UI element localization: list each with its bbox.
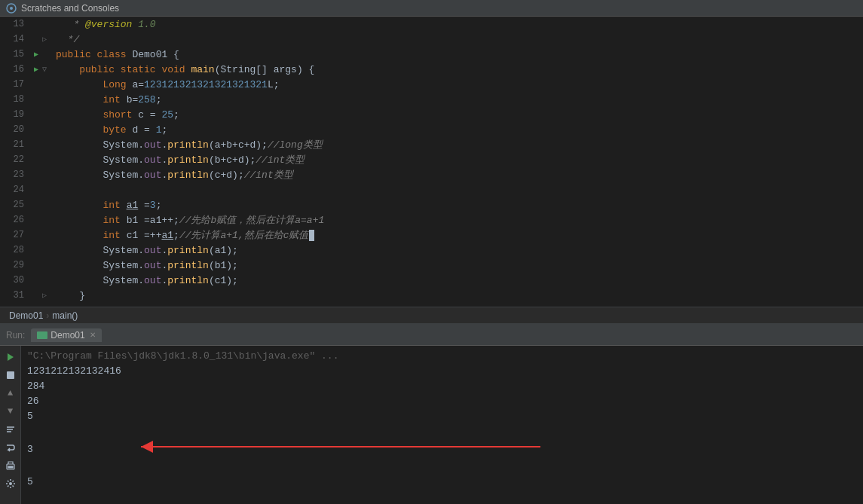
code-line-25: 25 int a1 =3; [0,197,863,212]
line-content-29: System.out.println(b1); [53,260,863,271]
line-content-14: */ [53,34,863,45]
line-num-31: 31 [0,290,30,301]
code-line-19: 19 short c = 25; [0,107,863,122]
code-line-23: 23 System.out.println(c+d);//int类型 [0,167,863,182]
output-line-2: 284 [27,379,857,394]
line-num-19: 19 [0,109,30,120]
run-toolbar: ▲ ▼ [0,346,21,504]
settings-btn[interactable] [2,475,19,492]
line-num-15: 15 [0,49,30,60]
line-num-18: 18 [0,94,30,105]
line-num-14: 14 [0,34,30,44]
red-arrow-annotation [36,424,540,475]
line-content-18: int b=258; [53,94,863,105]
line-content-31: } [53,290,863,301]
line-content-13: * @version 1.0 [53,19,863,30]
line-num-26: 26 [0,215,30,225]
code-line-29: 29 System.out.println(b1); [0,258,863,273]
line-content-17: Long a=123121321321321321321L; [53,79,863,90]
code-line-24: 24 [0,182,863,197]
run-label: Run: [6,330,25,341]
code-editor[interactable]: 13 * @version 1.0 14 ▷ */ 15 ▶ [0,17,863,307]
line-fold-16: ▽ [42,65,53,74]
line-content-26: int b1 =a1++;//先给b赋值，然后在计算a=a+1 [53,213,863,227]
line-fold-31: ▷ [42,291,53,300]
line-fold-14: ▷ [42,35,53,44]
down-scroll-btn[interactable]: ▼ [2,403,19,420]
output-line-4: 5 [27,409,857,424]
breadcrumb-sep: › [46,310,49,321]
run-btn[interactable] [2,349,19,365]
output-line-3: 26 [27,394,857,409]
line-content-21: System.out.println(a+b+c+d);//long类型 [53,138,863,151]
output-line-cmd: "C:\Program Files\jdk8\jdk1.8.0_131\bin\… [27,349,857,364]
top-bar: Scratches and Consoles [0,0,863,17]
line-content-25: int a1 =3; [53,200,863,211]
line-num-29: 29 [0,260,30,270]
run-content: ▲ ▼ "C:\Prog [0,346,863,504]
line-num-21: 21 [0,139,30,150]
code-lines: 13 * @version 1.0 14 ▷ */ 15 ▶ [0,17,863,307]
line-content-28: System.out.println(a1); [53,245,863,256]
output-line-1: 1231212132132416 [27,364,857,379]
line-content-22: System.out.println(b+c+d);//int类型 [53,153,863,166]
scratches-icon [6,3,17,14]
run-tabs-bar: Run: Demo01 ✕ [0,325,863,346]
line-num-16: 16 [0,64,30,75]
run-panel: Run: Demo01 ✕ ▲ ▼ [0,323,863,504]
print-btn[interactable] [2,457,19,474]
svg-point-9 [9,482,12,485]
code-line-16: 16 ▶ ▽ public static void main(String[] … [0,62,863,77]
line-num-13: 13 [0,19,30,29]
code-line-28: 28 System.out.println(a1); [0,243,863,258]
breadcrumb-method: main() [52,310,78,321]
code-line-26: 26 int b1 =a1++;//先给b赋值，然后在计算a=a+1 [0,212,863,228]
breadcrumb: Demo01 › main() [0,307,863,323]
svg-rect-3 [7,371,14,379]
code-line-13: 13 * @version 1.0 [0,17,863,32]
line-content-23: System.out.println(c+d);//int类型 [53,168,863,182]
output-value-3: 3 [27,442,33,457]
stop-btn[interactable] [2,367,19,383]
run-output[interactable]: "C:\Program Files\jdk8\jdk1.8.0_131\bin\… [21,346,863,504]
main-layout: 13 * @version 1.0 14 ▷ */ 15 ▶ [0,17,863,504]
code-line-14: 14 ▷ */ [0,32,863,47]
code-line-17: 17 Long a=123121321321321321321L; [0,77,863,92]
line-num-22: 22 [0,154,30,165]
code-line-18: 18 int b=258; [0,92,863,107]
code-line-20: 20 byte d = 1; [0,122,863,137]
editor-area: 13 * @version 1.0 14 ▷ */ 15 ▶ [0,17,863,504]
code-line-15: 15 ▶ public class Demo01 { [0,47,863,62]
line-num-27: 27 [0,230,30,240]
line-arrow-16: ▶ [30,65,42,74]
output-line-5: 3 [27,424,857,475]
code-line-27: 27 int c1 =++a1;//先计算a+1,然后在给c赋值 [0,228,863,243]
line-arrow-15: ▶ [30,50,42,59]
output-line-blank [27,490,857,504]
line-content-27: int c1 =++a1;//先计算a+1,然后在给c赋值 [53,228,863,242]
line-num-23: 23 [0,170,30,180]
code-line-30: 30 System.out.println(c1); [0,273,863,288]
line-content-16: public static void main(String[] args) { [53,64,863,75]
wrap-btn[interactable] [2,439,19,456]
run-tab-close[interactable]: ✕ [90,331,96,339]
line-num-17: 17 [0,79,30,90]
line-num-25: 25 [0,200,30,210]
line-num-28: 28 [0,245,30,255]
line-content-19: short c = 25; [53,109,863,121]
console-tab-icon [37,331,47,339]
line-num-20: 20 [0,124,30,135]
run-tab-demo01[interactable]: Demo01 ✕ [31,328,101,342]
code-line-31: 31 ▷ } [0,288,863,303]
line-num-24: 24 [0,185,30,195]
top-bar-title: Scratches and Consoles [21,3,119,14]
output-line-6: 5 [27,475,857,490]
line-content-15: public class Demo01 { [53,49,863,60]
breadcrumb-file: Demo01 [9,310,43,321]
run-tab-name: Demo01 [50,330,84,341]
up-scroll-btn[interactable]: ▲ [2,385,19,402]
filter-btn[interactable] [2,421,19,438]
svg-point-1 [10,7,13,10]
line-num-30: 30 [0,275,30,286]
svg-marker-2 [8,353,14,361]
